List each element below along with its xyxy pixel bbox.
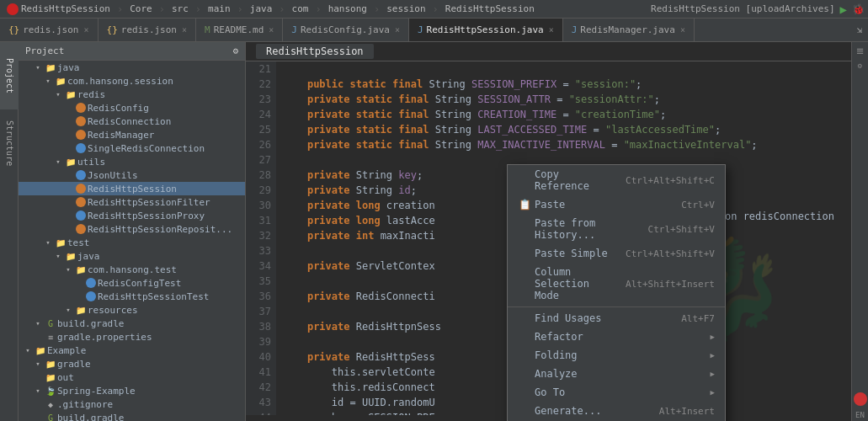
sidebar: Project ⚙ ▾ 📁 java ▾ 📁 com.hansong.sessi… [19, 42, 246, 421]
tree-item-proxy[interactable]: RedisHttpSessionProxy [19, 209, 245, 222]
cm-paste-history-label: Paste from History... [535, 217, 642, 241]
tree-item-test-java[interactable]: ▾ 📁 java [19, 249, 245, 263]
project-tab[interactable]: Project [0, 42, 19, 109]
java-icon-redisconfig: J [291, 24, 297, 35]
tab-close-manager[interactable]: × [680, 25, 685, 35]
tab-close-2[interactable]: × [182, 25, 187, 35]
branch-label[interactable]: RedisHttpSession [uploadArchives] [651, 3, 835, 14]
tab-readme-md[interactable]: M README.md × [196, 19, 283, 41]
cm-analyze[interactable]: Analyze [508, 365, 725, 383]
tab-bar: {} redis.json × {} redis.json × M README… [0, 19, 868, 42]
label-redisconfig: RedisConfig [88, 103, 149, 114]
app-title[interactable]: RedisHttpSession [3, 3, 114, 15]
redis-bottom-icon [854, 392, 867, 406]
cm-go-to-label: Go To [535, 386, 711, 398]
right-tab-2[interactable]: ⚙ [854, 59, 867, 72]
code-line-26: private static final String MAX_INACTIVE… [283, 137, 844, 152]
tree-item-gitignore[interactable]: ◆ .gitignore [19, 397, 245, 411]
nav-session[interactable]: session [383, 3, 429, 14]
label-com-test: com.hansong.test [88, 264, 177, 275]
nav-class[interactable]: RedisHttpSession [442, 3, 538, 14]
debug-icon[interactable]: 🐞 [852, 3, 865, 15]
cm-column-selection[interactable]: Column Selection Mode Alt+Shift+Insert [508, 263, 725, 305]
tree-item-com-test[interactable]: ▾ 📁 com.hansong.test [19, 263, 245, 276]
tree-item-redisconfigtest[interactable]: RedisConfigTest [19, 276, 245, 290]
tree-item-singleredis[interactable]: SingleRedisConnection [19, 141, 245, 155]
tab-label-session: RedisHttpSession.java [427, 24, 544, 35]
label-resources: resources [88, 305, 138, 316]
cm-paste-simple[interactable]: Paste Simple Ctrl+Alt+Shift+V [508, 244, 725, 263]
tree-item-reposit[interactable]: RedisHttpSessionReposit... [19, 222, 245, 236]
app-name-label: RedisHttpSession [21, 3, 110, 14]
right-tab-1[interactable]: ≡ [854, 44, 867, 57]
cm-find-usages-label: Find Usages [535, 312, 674, 324]
cm-paste[interactable]: 📋 Paste Ctrl+V [508, 195, 725, 214]
tree-item-filter[interactable]: RedisHttpSessionFilter [19, 195, 245, 209]
tab-redis-json-2[interactable]: {} redis.json × [99, 19, 197, 41]
tree-item-spring-example[interactable]: ▾ 🍃 Spring-Example [19, 384, 245, 397]
paste-icon: 📋 [518, 199, 531, 210]
code-line-21 [283, 61, 844, 77]
cm-copy-reference[interactable]: Copy Reference Ctrl+Alt+Shift+C [508, 165, 725, 195]
tree-item-jsonutils[interactable]: JsonUtils [19, 168, 245, 182]
tab-redishttpsession[interactable]: J RedisHttpSession.java × [409, 19, 563, 41]
tree-item-sessiontest[interactable]: RedisHttpSessionTest [19, 290, 245, 303]
tree-item-ex-build-gradle[interactable]: G build.gradle [19, 411, 245, 421]
tree-item-redishttpsession[interactable]: RedisHttpSession [19, 182, 245, 195]
cm-copy-reference-label: Copy Reference [535, 168, 619, 192]
structure-tab[interactable]: Structure [0, 109, 19, 177]
tree-item-com-hansong[interactable]: ▾ 📁 com.hansong.session [19, 74, 245, 88]
tree-item-gradle-props[interactable]: ≡ gradle.properties [19, 330, 245, 344]
nav-src[interactable]: src [168, 3, 192, 14]
cm-folding[interactable]: Folding [508, 346, 725, 365]
tab-overflow-btn[interactable]: ⇲ [851, 19, 868, 41]
nav-main[interactable]: main [205, 3, 234, 14]
tree-item-java[interactable]: ▾ 📁 java [19, 61, 245, 74]
redis-app-icon [7, 3, 19, 15]
label-proxy: RedisHttpSessionProxy [88, 210, 205, 221]
json-icon-2: {} [107, 24, 118, 35]
main-area: Project Structure Project ⚙ ▾ 📁 java ▾ 📁… [0, 42, 868, 421]
tree-item-test[interactable]: ▾ 📁 test [19, 236, 245, 249]
cm-generate[interactable]: Generate... Alt+Insert [508, 402, 725, 420]
cm-refactor[interactable]: Refactor [508, 328, 725, 346]
line-numbers: 21 22 23 24 25 26 27 28 29 30 31 32 33 3… [246, 61, 276, 415]
tree-item-example-gradle[interactable]: ▾ 📁 gradle [19, 357, 245, 370]
nav-java[interactable]: java [247, 3, 276, 14]
label-session-tree: RedisHttpSession [88, 184, 177, 195]
tree-item-utils[interactable]: ▾ 📁 utils [19, 155, 245, 168]
folder-icon-java: 📁 [44, 61, 57, 73]
tab-redisconfig[interactable]: J RedisConfig.java × [283, 19, 409, 41]
cm-find-usages[interactable]: Find Usages Alt+F7 [508, 309, 725, 328]
label-java: java [57, 62, 80, 73]
tab-redismanager[interactable]: J RedisManager.java × [563, 19, 695, 41]
cm-paste-history[interactable]: Paste from History... Ctrl+Shift+V [508, 214, 725, 244]
tree-item-resources[interactable]: ▾ 📁 resources [19, 303, 245, 317]
cm-go-to[interactable]: Go To [508, 383, 725, 402]
gradle-icon: G [44, 317, 57, 329]
tree-item-out[interactable]: 📁 out [19, 370, 245, 384]
tab-close-1[interactable]: × [83, 25, 88, 35]
tab-close-md[interactable]: × [269, 25, 274, 35]
tree-item-redis[interactable]: ▾ 📁 redis [19, 88, 245, 101]
cm-paste-label: Paste [535, 199, 674, 210]
tree-item-redisconfig[interactable]: RedisConfig [19, 101, 245, 115]
context-menu: Copy Reference Ctrl+Alt+Shift+C 📋 Paste … [507, 164, 726, 421]
tree-item-redismanager[interactable]: RedisManager [19, 128, 245, 141]
nav-core[interactable]: Core [126, 3, 156, 14]
sidebar-settings-icon[interactable]: ⚙ [232, 45, 238, 56]
tree-item-redisconn[interactable]: RedisConnection [19, 115, 245, 128]
tree-item-example[interactable]: ▾ 📁 Example [19, 344, 245, 357]
sidebar-header: Project ⚙ [19, 42, 245, 61]
tab-close-session[interactable]: × [549, 25, 554, 35]
tab-label-1: redis.json [23, 24, 78, 35]
tab-redis-json-1[interactable]: {} redis.json × [0, 19, 99, 41]
java-icon-session: J [418, 24, 423, 35]
run-icon[interactable]: ▶ [840, 3, 847, 16]
nav-com[interactable]: com [289, 3, 312, 14]
md-icon: M [205, 24, 210, 35]
tab-close-redisconfig[interactable]: × [395, 25, 400, 35]
lang-indicator[interactable]: EN [855, 411, 865, 419]
tree-item-build-gradle[interactable]: ▾ G build.gradle [19, 317, 245, 330]
nav-hansong[interactable]: hansong [325, 3, 370, 14]
